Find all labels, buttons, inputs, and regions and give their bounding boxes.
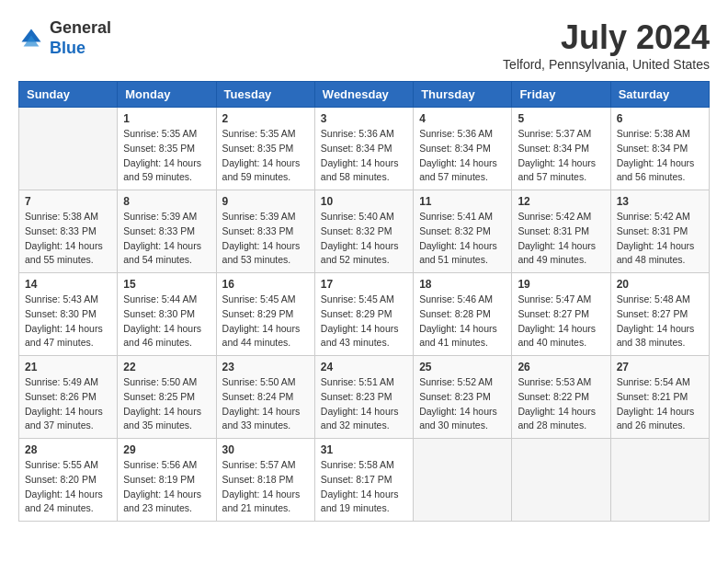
- calendar-cell: 26Sunrise: 5:53 AMSunset: 8:22 PMDayligh…: [512, 356, 610, 439]
- calendar-cell: 21Sunrise: 5:49 AMSunset: 8:26 PMDayligh…: [19, 356, 118, 439]
- calendar-cell: 9Sunrise: 5:39 AMSunset: 8:33 PMDaylight…: [216, 190, 314, 273]
- day-info: Sunrise: 5:42 AMSunset: 8:31 PMDaylight:…: [617, 210, 703, 268]
- calendar-cell: 18Sunrise: 5:46 AMSunset: 8:28 PMDayligh…: [414, 273, 512, 356]
- calendar-cell: 15Sunrise: 5:44 AMSunset: 8:30 PMDayligh…: [118, 273, 216, 356]
- month-year: July 2024: [503, 18, 710, 57]
- day-number: 1: [123, 112, 210, 125]
- day-info: Sunrise: 5:55 AMSunset: 8:20 PMDaylight:…: [25, 458, 111, 516]
- day-info: Sunrise: 5:44 AMSunset: 8:30 PMDaylight:…: [123, 293, 210, 350]
- logo: General Blue: [18, 18, 111, 58]
- day-info: Sunrise: 5:45 AMSunset: 8:29 PMDaylight:…: [321, 293, 407, 350]
- day-number: 2: [222, 112, 309, 125]
- weekday-header: Saturday: [610, 82, 709, 108]
- day-number: 3: [321, 112, 407, 125]
- day-info: Sunrise: 5:51 AMSunset: 8:23 PMDaylight:…: [321, 375, 407, 433]
- day-number: 4: [419, 112, 506, 125]
- calendar-cell: 23Sunrise: 5:50 AMSunset: 8:24 PMDayligh…: [216, 356, 314, 439]
- location: Telford, Pennsylvania, United States: [503, 57, 710, 72]
- calendar-week-row: 21Sunrise: 5:49 AMSunset: 8:26 PMDayligh…: [19, 356, 710, 439]
- day-info: Sunrise: 5:56 AMSunset: 8:19 PMDaylight:…: [123, 458, 210, 516]
- calendar-cell: 1Sunrise: 5:35 AMSunset: 8:35 PMDaylight…: [118, 108, 216, 190]
- day-info: Sunrise: 5:38 AMSunset: 8:34 PMDaylight:…: [617, 127, 703, 185]
- calendar-cell: 20Sunrise: 5:48 AMSunset: 8:27 PMDayligh…: [610, 273, 709, 356]
- day-info: Sunrise: 5:50 AMSunset: 8:25 PMDaylight:…: [123, 375, 210, 433]
- day-number: 29: [123, 443, 210, 456]
- page-header: General Blue July 2024 Telford, Pennsylv…: [18, 18, 710, 72]
- calendar-cell: 2Sunrise: 5:35 AMSunset: 8:35 PMDaylight…: [216, 108, 314, 190]
- day-number: 27: [617, 361, 703, 373]
- calendar-cell: 14Sunrise: 5:43 AMSunset: 8:30 PMDayligh…: [19, 273, 118, 356]
- calendar-week-row: 1Sunrise: 5:35 AMSunset: 8:35 PMDaylight…: [19, 108, 710, 190]
- calendar-cell: 10Sunrise: 5:40 AMSunset: 8:32 PMDayligh…: [314, 190, 413, 273]
- weekday-header: Tuesday: [216, 82, 314, 108]
- day-info: Sunrise: 5:49 AMSunset: 8:26 PMDaylight:…: [25, 375, 111, 433]
- calendar-cell: 8Sunrise: 5:39 AMSunset: 8:33 PMDaylight…: [118, 190, 216, 273]
- calendar-cell: 29Sunrise: 5:56 AMSunset: 8:19 PMDayligh…: [118, 439, 216, 522]
- calendar-cell: 19Sunrise: 5:47 AMSunset: 8:27 PMDayligh…: [512, 273, 610, 356]
- day-info: Sunrise: 5:42 AMSunset: 8:31 PMDaylight:…: [518, 210, 604, 268]
- day-number: 15: [123, 278, 210, 291]
- day-number: 21: [25, 361, 111, 373]
- day-number: 30: [222, 443, 309, 456]
- day-info: Sunrise: 5:46 AMSunset: 8:28 PMDaylight:…: [419, 293, 506, 350]
- calendar-header-row: SundayMondayTuesdayWednesdayThursdayFrid…: [19, 82, 710, 108]
- day-info: Sunrise: 5:36 AMSunset: 8:34 PMDaylight:…: [419, 127, 506, 185]
- day-number: 22: [123, 361, 210, 373]
- day-number: 19: [518, 278, 604, 291]
- day-info: Sunrise: 5:39 AMSunset: 8:33 PMDaylight:…: [222, 210, 309, 268]
- logo-general: General: [50, 18, 111, 39]
- calendar-cell: 13Sunrise: 5:42 AMSunset: 8:31 PMDayligh…: [610, 190, 709, 273]
- calendar-cell: 27Sunrise: 5:54 AMSunset: 8:21 PMDayligh…: [610, 356, 709, 439]
- title-section: July 2024 Telford, Pennsylvania, United …: [503, 18, 710, 72]
- calendar-cell: 17Sunrise: 5:45 AMSunset: 8:29 PMDayligh…: [314, 273, 413, 356]
- day-number: 17: [321, 278, 407, 291]
- calendar-week-row: 14Sunrise: 5:43 AMSunset: 8:30 PMDayligh…: [19, 273, 710, 356]
- day-number: 24: [321, 361, 407, 373]
- calendar-cell: 25Sunrise: 5:52 AMSunset: 8:23 PMDayligh…: [414, 356, 512, 439]
- day-number: 5: [518, 112, 604, 125]
- day-info: Sunrise: 5:37 AMSunset: 8:34 PMDaylight:…: [518, 127, 604, 185]
- day-number: 6: [617, 112, 703, 125]
- calendar-cell: 31Sunrise: 5:58 AMSunset: 8:17 PMDayligh…: [314, 439, 413, 522]
- calendar-cell: 12Sunrise: 5:42 AMSunset: 8:31 PMDayligh…: [512, 190, 610, 273]
- day-number: 25: [419, 361, 506, 373]
- day-number: 7: [25, 195, 111, 208]
- day-info: Sunrise: 5:52 AMSunset: 8:23 PMDaylight:…: [419, 375, 506, 433]
- calendar-cell: 3Sunrise: 5:36 AMSunset: 8:34 PMDaylight…: [314, 108, 413, 190]
- weekday-header: Thursday: [414, 82, 512, 108]
- day-info: Sunrise: 5:47 AMSunset: 8:27 PMDaylight:…: [518, 293, 604, 350]
- calendar-cell: 24Sunrise: 5:51 AMSunset: 8:23 PMDayligh…: [314, 356, 413, 439]
- day-info: Sunrise: 5:36 AMSunset: 8:34 PMDaylight:…: [321, 127, 407, 185]
- calendar-cell: 30Sunrise: 5:57 AMSunset: 8:18 PMDayligh…: [216, 439, 314, 522]
- day-info: Sunrise: 5:45 AMSunset: 8:29 PMDaylight:…: [222, 293, 309, 350]
- calendar-cell: [512, 439, 610, 522]
- day-info: Sunrise: 5:41 AMSunset: 8:32 PMDaylight:…: [419, 210, 506, 268]
- day-number: 26: [518, 361, 604, 373]
- day-number: 14: [25, 278, 111, 291]
- day-number: 12: [518, 195, 604, 208]
- day-number: 8: [123, 195, 210, 208]
- calendar-cell: [610, 439, 709, 522]
- calendar-cell: 4Sunrise: 5:36 AMSunset: 8:34 PMDaylight…: [414, 108, 512, 190]
- day-info: Sunrise: 5:38 AMSunset: 8:33 PMDaylight:…: [25, 210, 111, 268]
- day-number: 13: [617, 195, 703, 208]
- calendar-cell: [414, 439, 512, 522]
- calendar-cell: [19, 108, 118, 190]
- day-number: 18: [419, 278, 506, 291]
- calendar-cell: 6Sunrise: 5:38 AMSunset: 8:34 PMDaylight…: [610, 108, 709, 190]
- day-info: Sunrise: 5:57 AMSunset: 8:18 PMDaylight:…: [222, 458, 309, 516]
- day-number: 23: [222, 361, 309, 373]
- calendar-week-row: 7Sunrise: 5:38 AMSunset: 8:33 PMDaylight…: [19, 190, 710, 273]
- calendar-cell: 16Sunrise: 5:45 AMSunset: 8:29 PMDayligh…: [216, 273, 314, 356]
- day-number: 28: [25, 443, 111, 456]
- day-number: 20: [617, 278, 703, 291]
- logo-blue: Blue: [50, 39, 111, 59]
- day-info: Sunrise: 5:43 AMSunset: 8:30 PMDaylight:…: [25, 293, 111, 350]
- day-number: 10: [321, 195, 407, 208]
- day-number: 9: [222, 195, 309, 208]
- calendar-cell: 5Sunrise: 5:37 AMSunset: 8:34 PMDaylight…: [512, 108, 610, 190]
- day-info: Sunrise: 5:53 AMSunset: 8:22 PMDaylight:…: [518, 375, 604, 433]
- weekday-header: Friday: [512, 82, 610, 108]
- weekday-header: Wednesday: [314, 82, 413, 108]
- calendar-cell: 7Sunrise: 5:38 AMSunset: 8:33 PMDaylight…: [19, 190, 118, 273]
